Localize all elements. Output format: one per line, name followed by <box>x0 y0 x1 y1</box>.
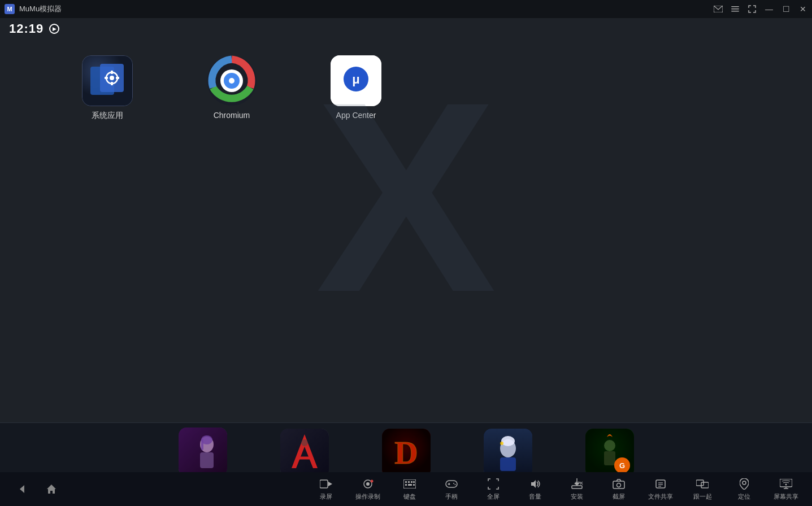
svg-point-65 <box>455 484 456 485</box>
svg-rect-5 <box>731 11 739 12</box>
svg-rect-12 <box>111 82 113 85</box>
svg-marker-66 <box>531 480 536 488</box>
close-button[interactable]: ✕ <box>798 5 807 14</box>
chromium-label: Chromium <box>214 111 250 120</box>
keyboard-label: 键盘 <box>403 492 416 501</box>
desktop: X <box>0 40 812 422</box>
svg-rect-4 <box>731 8 739 10</box>
svg-text:D: D <box>394 434 418 471</box>
chromium-icon-wrapper[interactable]: Chromium <box>192 51 271 124</box>
desktop-icons: 系统应用 <box>0 40 812 137</box>
svg-point-42 <box>604 440 615 451</box>
install-label: 安装 <box>571 492 583 501</box>
svg-rect-80 <box>780 479 792 487</box>
svg-text:M: M <box>7 6 12 12</box>
toolbar-location[interactable]: 定位 <box>724 474 765 504</box>
ops-record-icon <box>361 477 375 491</box>
install-icon: APK <box>570 477 584 491</box>
svg-rect-11 <box>111 71 113 74</box>
svg-marker-47 <box>47 485 56 494</box>
game-bluearchive-thumb <box>484 429 532 477</box>
svg-rect-63 <box>448 484 450 485</box>
toolbar-fullscreen[interactable]: 全屏 <box>473 474 514 504</box>
toolbar-gamepad[interactable]: 手柄 <box>431 474 472 504</box>
toolbar-ops-record[interactable]: 操作录制 <box>348 474 388 504</box>
svg-rect-38 <box>500 457 516 471</box>
svg-rect-14 <box>116 77 119 79</box>
svg-rect-13 <box>105 77 108 79</box>
appcenter-icon: μ <box>331 55 381 106</box>
app-logo-icon: M <box>5 4 15 14</box>
titlebar-left: M MuMu模拟器 <box>5 4 62 14</box>
svg-rect-58 <box>408 484 412 486</box>
clock-display: 12:19 <box>9 21 44 36</box>
svg-rect-24 <box>179 428 227 476</box>
screencast-icon <box>779 477 793 491</box>
menu-button[interactable] <box>731 5 740 14</box>
capture-icon <box>612 477 626 491</box>
sysapp-icon-wrapper[interactable]: 系统应用 <box>68 51 147 125</box>
svg-rect-54 <box>405 481 407 483</box>
location-label: 定位 <box>738 492 750 501</box>
appcenter-icon-wrapper[interactable]: μ App Center <box>316 51 396 124</box>
svg-text:μ: μ <box>352 72 359 86</box>
toolbar-capture[interactable]: 截屏 <box>598 474 639 504</box>
toolbar-install[interactable]: APK 安装 <box>557 474 597 504</box>
toolbar-fileshare[interactable]: 文件共享 <box>640 474 681 504</box>
game-yongyuan-thumb <box>179 428 227 476</box>
svg-rect-28 <box>201 439 203 450</box>
svg-rect-57 <box>405 484 407 486</box>
svg-point-40 <box>500 442 503 445</box>
svg-rect-59 <box>413 481 415 483</box>
svg-rect-56 <box>411 481 412 483</box>
statusbar: 12:19 ▶ <box>0 18 812 40</box>
toolbar-record[interactable]: 录屏 <box>306 474 346 504</box>
svg-marker-49 <box>328 482 332 486</box>
mail-button[interactable] <box>714 5 723 14</box>
capture-label: 截屏 <box>613 492 625 501</box>
game-apex-thumb <box>280 429 329 477</box>
appcenter-label: App Center <box>336 111 376 120</box>
play-indicator-icon: ▶ <box>49 24 59 34</box>
toolbar-keyboard[interactable]: 键盘 <box>389 474 430 504</box>
svg-point-79 <box>742 481 746 485</box>
resize-button[interactable] <box>748 5 757 14</box>
record-label: 录屏 <box>320 492 332 501</box>
gamepad-label: 手柄 <box>445 492 458 501</box>
svg-rect-43 <box>604 451 615 465</box>
multiscreen-label: 跟一起 <box>693 492 712 501</box>
svg-rect-26 <box>200 452 214 468</box>
minimize-button[interactable]: — <box>765 5 774 14</box>
back-button[interactable] <box>13 480 31 498</box>
volume-icon <box>528 477 542 491</box>
svg-rect-73 <box>656 480 665 488</box>
fileshare-label: 文件共享 <box>648 492 673 501</box>
svg-point-52 <box>371 480 374 483</box>
svg-rect-78 <box>701 482 709 488</box>
record-icon <box>319 477 333 491</box>
toolbar-multiscreen[interactable]: 跟一起 <box>682 474 723 504</box>
svg-point-39 <box>501 436 515 446</box>
svg-rect-55 <box>408 481 410 483</box>
game-diablo-thumb: D D <box>382 429 431 477</box>
sysapp-label: 系统应用 <box>92 111 123 121</box>
taskbar: 永遠的7日：無盡開端 <box>0 422 812 472</box>
svg-rect-48 <box>320 480 328 488</box>
svg-point-19 <box>229 78 235 84</box>
svg-rect-3 <box>731 6 739 7</box>
svg-point-51 <box>366 482 370 486</box>
fileshare-icon <box>654 477 667 491</box>
svg-point-64 <box>453 483 454 484</box>
app-title: MuMu模拟器 <box>19 4 62 14</box>
keyboard-icon <box>403 477 416 491</box>
titlebar: M MuMu模拟器 — ☐ ✕ <box>0 0 812 18</box>
maximize-button[interactable]: ☐ <box>781 5 791 14</box>
home-button[interactable] <box>42 480 60 498</box>
svg-point-72 <box>617 483 621 487</box>
titlebar-controls: — ☐ ✕ <box>714 5 807 14</box>
toolbar-screencast[interactable]: 屏幕共享 <box>766 474 806 504</box>
fullscreen-icon <box>487 477 500 491</box>
toolbar-volume[interactable]: 音量 <box>515 474 555 504</box>
main-area: 12:19 ▶ X <box>0 18 812 506</box>
svg-point-83 <box>785 484 787 486</box>
